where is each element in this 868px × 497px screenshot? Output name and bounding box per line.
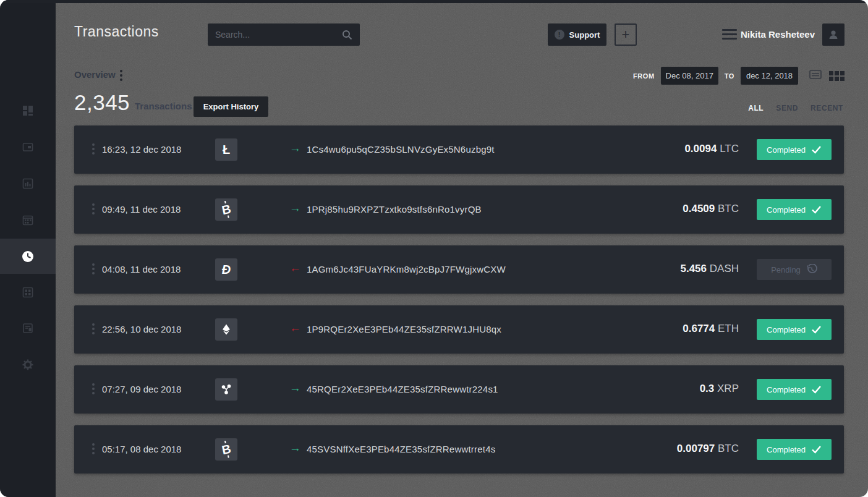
table-row[interactable]: 22:56, 10 dec 2018 ← 1P9RQEr2XeE3PEb44ZE… — [74, 305, 844, 354]
table-grid-icon — [22, 286, 34, 299]
check-icon — [811, 145, 822, 154]
table-row[interactable]: 04:08, 11 dec 2018 Đ ← 1AGm6Jc43FUaYRKm8… — [74, 245, 844, 294]
tx-address: 1P9RQEr2XeE3PEb44ZE35sfZRRW1JHU8qx — [307, 324, 501, 334]
window-top-edge — [0, 0, 868, 3]
sidebar-item-reports[interactable] — [0, 310, 56, 346]
tx-amount: 0.00797 BTC — [677, 443, 739, 455]
gear-icon — [22, 359, 34, 371]
tx-datetime: 05:17, 08 dec 2018 — [102, 444, 181, 454]
row-more-icon[interactable] — [92, 383, 95, 396]
filter-tabs: ALL SEND RECENT — [748, 104, 843, 113]
tx-datetime: 07:27, 09 dec 2018 — [102, 384, 181, 394]
sidebar-item-settings[interactable] — [0, 347, 56, 382]
grid-view-icon[interactable] — [829, 71, 845, 81]
row-more-icon[interactable] — [92, 323, 95, 336]
tx-datetime: 16:23, 12 dec 2018 — [102, 144, 181, 155]
history-clock-icon — [806, 264, 817, 275]
bitcoin-icon: B — [215, 198, 237, 221]
status-badge[interactable]: Completed — [757, 139, 832, 160]
sent-arrow-icon: → — [289, 381, 301, 395]
support-button[interactable]: ! Support — [548, 23, 606, 46]
clock-icon — [21, 250, 35, 263]
sent-arrow-icon: → — [289, 441, 301, 455]
sidebar-item-history[interactable] — [0, 239, 56, 274]
tx-datetime: 22:56, 10 dec 2018 — [102, 324, 181, 334]
filter-tab-recent[interactable]: RECENT — [811, 104, 843, 113]
add-button[interactable]: + — [615, 23, 637, 46]
sidebar-item-wallet[interactable] — [0, 129, 56, 164]
row-more-icon[interactable] — [92, 443, 95, 456]
from-date-input[interactable]: Dec 08, 2017 — [661, 67, 718, 85]
list-view-icon[interactable] — [809, 70, 822, 82]
sidebar-item-dashboard[interactable] — [0, 93, 56, 128]
user-name: Nikita Resheteev — [741, 29, 815, 40]
tx-datetime: 04:08, 11 dec 2018 — [102, 264, 181, 274]
check-icon — [811, 325, 822, 334]
tx-address: 45SVSNffXeE3PEb44ZE35sfZRRewwtrret4s — [307, 444, 495, 454]
table-row[interactable]: 09:49, 11 dec 2018 B → 1PRj85hu9RXPZTzxt… — [74, 185, 844, 234]
ripple-icon — [215, 378, 237, 401]
search-input[interactable] — [215, 30, 342, 40]
status-badge[interactable]: Completed — [757, 199, 832, 220]
check-icon — [811, 205, 822, 214]
sidebar-item-calendar[interactable] — [0, 202, 56, 237]
tx-amount: 0.6774 ETH — [683, 323, 739, 335]
table-row[interactable]: 07:27, 09 dec 2018 → 45RQEr2XeE3PEb44ZE3… — [74, 365, 844, 414]
overview-more-icon[interactable] — [120, 70, 122, 83]
sent-arrow-icon: → — [289, 202, 301, 215]
filter-tab-send[interactable]: SEND — [776, 104, 798, 113]
document-icon — [22, 322, 34, 334]
bitcoin-icon: B — [215, 438, 237, 461]
menu-icon[interactable] — [722, 29, 737, 42]
ethereum-icon — [215, 318, 237, 341]
row-more-icon[interactable] — [92, 263, 95, 276]
tx-amount: 0.4509 BTC — [683, 203, 739, 215]
calendar-icon — [22, 214, 34, 226]
search-box[interactable] — [208, 23, 360, 46]
sent-arrow-icon: → — [289, 142, 301, 155]
row-more-icon[interactable] — [92, 203, 95, 216]
from-label: FROM — [633, 72, 655, 80]
dash-icon: Đ — [215, 258, 237, 281]
tx-amount: 0.3 XRP — [700, 383, 739, 395]
to-date-input[interactable]: dec 12, 2018 — [741, 67, 798, 85]
filter-tab-all[interactable]: ALL — [748, 104, 764, 113]
row-more-icon[interactable] — [92, 143, 95, 156]
transaction-list: 16:23, 12 dec 2018 Ł → 1Cs4wu6pu5qCZ35bS… — [74, 125, 844, 485]
export-history-button[interactable]: Export History — [194, 96, 268, 117]
sidebar — [0, 0, 56, 497]
bar-chart-icon — [22, 177, 34, 190]
tx-address: 1PRj85hu9RXPZTzxtko9stfs6nRo1vyrQB — [307, 204, 482, 215]
exclamation-icon: ! — [555, 30, 564, 40]
section-label-overview[interactable]: Overview — [74, 69, 116, 80]
table-row[interactable]: 16:23, 12 dec 2018 Ł → 1Cs4wu6pu5qCZ35bS… — [74, 125, 844, 174]
person-icon — [827, 28, 840, 41]
tx-amount: 0.0094 LTC — [684, 143, 739, 155]
tx-amount: 5.456 DASH — [680, 263, 739, 275]
litecoin-icon: Ł — [215, 138, 237, 161]
tx-address: 45RQEr2XeE3PEb44ZE35sfZRRewwtr224s1 — [307, 384, 498, 394]
received-arrow-icon: ← — [289, 261, 301, 275]
user-avatar[interactable] — [822, 23, 845, 46]
search-icon[interactable] — [342, 30, 352, 40]
date-range: FROM Dec 08, 2017 TO dec 12, 2018 — [633, 67, 845, 85]
sidebar-item-table[interactable] — [0, 274, 56, 310]
tx-datetime: 09:49, 11 dec 2018 — [102, 204, 181, 215]
tx-address: 1AGm6Jc43FUaYRKm8wj2cBpJ7FWgjxwCXW — [307, 264, 506, 274]
check-icon — [811, 385, 822, 394]
main-content: Transactions ! Support + Nikita Reshetee… — [56, 0, 868, 497]
status-badge[interactable]: Pending — [757, 259, 832, 280]
app-window: Transactions ! Support + Nikita Reshetee… — [0, 0, 868, 497]
sidebar-item-analytics[interactable] — [0, 166, 56, 201]
received-arrow-icon: ← — [289, 321, 301, 335]
dashboard-icon — [22, 104, 34, 117]
check-icon — [811, 445, 822, 454]
table-row[interactable]: 05:17, 08 dec 2018 B → 45SVSNffXeE3PEb44… — [74, 425, 844, 474]
transaction-count: 2,345 — [74, 90, 130, 115]
transaction-count-label: Transactions — [135, 101, 192, 111]
status-badge[interactable]: Completed — [757, 319, 832, 340]
page-title: Transactions — [74, 23, 159, 40]
status-badge[interactable]: Completed — [757, 379, 832, 400]
status-badge[interactable]: Completed — [757, 439, 832, 460]
tx-address: 1Cs4wu6pu5qCZ35bSLNVzGyEx5N6uzbg9t — [307, 144, 495, 155]
